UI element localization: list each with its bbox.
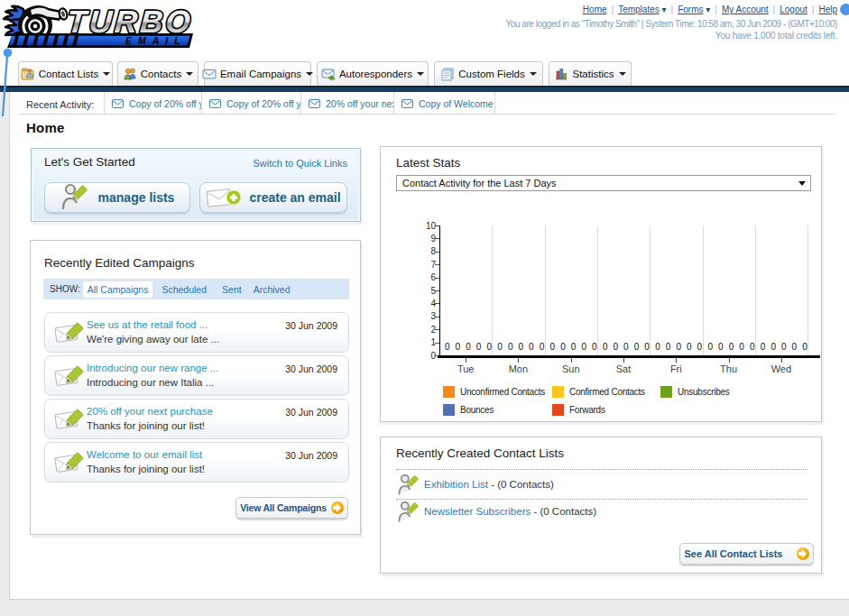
svg-text:TURBO: TURBO <box>66 5 194 40</box>
